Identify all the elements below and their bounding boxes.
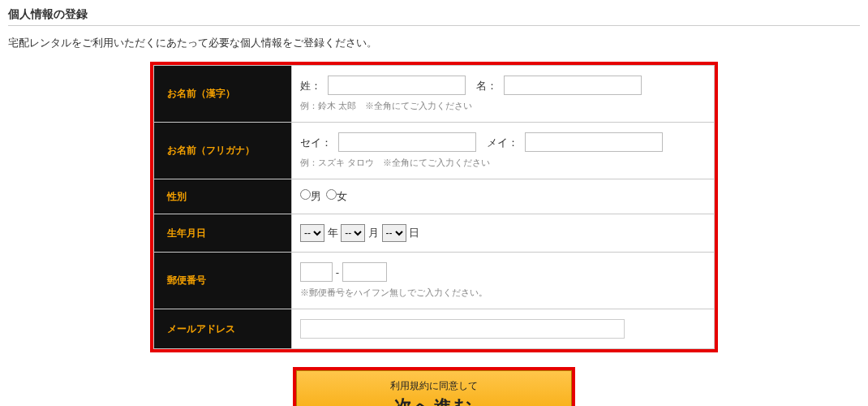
cell-email <box>292 309 715 349</box>
submit-line1: 利用規約に同意して <box>297 379 571 393</box>
birth-day-select[interactable]: -- <box>382 224 406 242</box>
cell-name-kanji: 姓： 名： 例：鈴木 太郎 ※全角にてご入力ください <box>292 66 715 123</box>
label-name-kanji: お名前（漢字） <box>154 66 292 123</box>
year-suffix: 年 <box>328 227 338 239</box>
firstname-kanji-input[interactable] <box>504 76 642 95</box>
surname-kana-input[interactable] <box>338 132 476 152</box>
intro-text: 宅配レンタルをご利用いただくにあたって必要な個人情報をご登録ください。 <box>8 36 860 50</box>
birth-year-select[interactable]: -- <box>300 224 324 242</box>
firstname-kana-label: メイ： <box>487 136 518 149</box>
month-suffix: 月 <box>368 227 379 239</box>
email-display <box>300 319 625 339</box>
cell-postal: - ※郵便番号をハイフン無しでご入力ください。 <box>292 253 715 309</box>
submit-line2: 次へ進む <box>297 395 571 406</box>
gender-male-label: 男 <box>311 190 321 202</box>
postal-hint: ※郵便番号をハイフン無しでご入力ください。 <box>300 287 706 299</box>
cell-name-kana: セイ： メイ： 例：スズキ タロウ ※全角にてご入力ください <box>292 123 715 179</box>
day-suffix: 日 <box>409 227 419 239</box>
name-kana-hint: 例：スズキ タロウ ※全角にてご入力ください <box>300 157 706 169</box>
postal-zip2-input[interactable] <box>342 262 387 282</box>
name-kanji-hint: 例：鈴木 太郎 ※全角にてご入力ください <box>300 100 706 112</box>
firstname-kanji-label: 名： <box>476 80 497 92</box>
label-gender: 性別 <box>154 179 292 214</box>
label-postal: 郵便番号 <box>154 253 292 309</box>
surname-kanji-label: 姓： <box>300 80 321 92</box>
gender-female-radio[interactable] <box>326 189 337 200</box>
cell-birth: -- 年 -- 月 -- 日 <box>292 214 715 253</box>
label-name-kana: お名前（フリガナ） <box>154 123 292 179</box>
postal-sep: - <box>336 266 339 279</box>
gender-female-label: 女 <box>337 190 347 202</box>
agree-and-proceed-button[interactable]: 利用規約に同意して 次へ進む <box>296 370 572 406</box>
birth-month-select[interactable]: -- <box>341 224 365 242</box>
cell-gender: 男 女 <box>292 179 715 214</box>
firstname-kana-input[interactable] <box>525 132 663 152</box>
surname-kanji-input[interactable] <box>328 76 466 95</box>
submit-highlight-frame: 利用規約に同意して 次へ進む <box>293 367 575 406</box>
surname-kana-label: セイ： <box>300 136 332 149</box>
registration-form-table: お名前（漢字） 姓： 名： 例：鈴木 太郎 ※全角にてご入力ください お名前（フ… <box>153 65 715 349</box>
form-highlight-frame: お名前（漢字） 姓： 名： 例：鈴木 太郎 ※全角にてご入力ください お名前（フ… <box>150 62 718 352</box>
label-birth: 生年月日 <box>154 214 292 253</box>
gender-male-radio[interactable] <box>300 189 311 200</box>
postal-zip1-input[interactable] <box>300 262 333 282</box>
label-email: メールアドレス <box>154 309 292 349</box>
page-title: 個人情報の登録 <box>8 4 860 26</box>
